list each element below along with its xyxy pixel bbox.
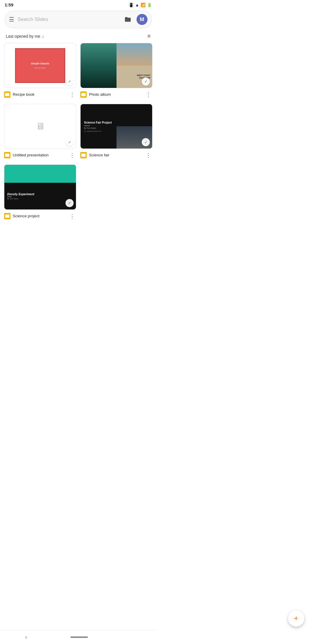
thumbnail-untitled: 🖥 ✓ — [4, 104, 76, 149]
svg-rect-3 — [81, 93, 86, 96]
list-view-icon[interactable]: ≡ — [147, 33, 151, 39]
sort-text: Last opened by me — [6, 34, 40, 39]
density-by-text: By Your Name — [7, 198, 73, 200]
card-title-photo: Photo album — [89, 92, 142, 97]
density-teal-band — [4, 165, 76, 182]
slides-icon-untitled — [4, 152, 10, 158]
battery-icon: 🔋 — [147, 3, 152, 7]
offline-badge-untitled: ✓ — [65, 138, 74, 146]
more-button-recipe[interactable]: ⋮ — [68, 91, 76, 99]
more-button-science-project[interactable]: ⋮ — [68, 212, 76, 220]
thumbnail-recipe-book: Simple Snacks By Your Name ✓ — [4, 43, 76, 88]
svg-rect-7 — [81, 154, 86, 157]
card-title-science-fair: Science fair — [89, 153, 142, 158]
card-info-science-project: Science project ⋮ — [4, 212, 76, 220]
card-info-photo: Photo album ⋮ — [80, 91, 152, 99]
card-science-project[interactable]: Density Experiment By Your Name ✓ Scienc… — [4, 164, 76, 220]
sort-arrow-icon: ↓ — [42, 34, 44, 39]
sort-label[interactable]: Last opened by me ↓ — [6, 34, 44, 39]
recipe-title-text: Simple Snacks — [31, 62, 50, 65]
density-dark-section: Density Experiment By Your Name — [4, 183, 76, 209]
status-icons: 📳 ▲ 📶 🔋 — [129, 3, 152, 7]
science-fair-title-text: Science Fair Project — [84, 121, 149, 124]
recipe-sub-text: By Your Name — [34, 67, 46, 69]
density-title-text: Density Experiment — [7, 193, 73, 196]
thumbnail-science-project: Density Experiment By Your Name ✓ — [4, 164, 76, 210]
more-button-science-fair[interactable]: ⋮ — [144, 151, 152, 159]
card-info-untitled: Untitled presentation ⋮ — [4, 151, 76, 159]
offline-badge-photo: ✓ — [142, 77, 150, 86]
avatar[interactable]: M — [137, 14, 148, 25]
card-recipe-book[interactable]: Simple Snacks By Your Name ✓ Recipe book… — [4, 43, 76, 99]
search-bar-container: ☰ Search Slides M — [0, 8, 156, 32]
vibrate-icon: 📳 — [129, 3, 134, 7]
card-info-science-fair: Science fair ⋮ — [80, 151, 152, 159]
sort-row: Last opened by me ↓ ≡ — [0, 32, 156, 43]
offline-badge-recipe: ✓ — [65, 77, 74, 86]
card-title-science-project: Science project — [13, 214, 66, 219]
photo-bridge — [117, 43, 152, 66]
untitled-placeholder-icon: 🖥 — [36, 121, 45, 132]
wifi-icon: ▲ — [135, 3, 139, 7]
empty-cell — [80, 164, 152, 220]
folder-icon[interactable] — [123, 14, 133, 25]
thumbnail-science-fair: Science Fair Project By Your Name no_rep… — [80, 104, 152, 149]
svg-rect-1 — [5, 93, 10, 96]
card-title-untitled: Untitled presentation — [13, 153, 66, 158]
more-button-photo[interactable]: ⋮ — [144, 91, 152, 99]
offline-badge-science-project: ✓ — [65, 199, 74, 207]
card-science-fair[interactable]: Science Fair Project By Your Name no_rep… — [80, 104, 152, 160]
photo-left — [81, 43, 117, 88]
slides-icon-science-fair — [80, 152, 87, 158]
search-input[interactable]: Search Slides — [18, 17, 119, 22]
card-photo-album[interactable]: WEST COASTROAD TRIP ✓ Photo album ⋮ — [80, 43, 152, 99]
density-divider — [7, 197, 12, 197]
presentations-grid: Simple Snacks By Your Name ✓ Recipe book… — [0, 43, 156, 159]
card-info-recipe: Recipe book ⋮ — [4, 91, 76, 99]
more-button-untitled[interactable]: ⋮ — [68, 151, 76, 159]
presentations-grid-2: Density Experiment By Your Name ✓ Scienc… — [0, 164, 156, 220]
hamburger-icon[interactable]: ☰ — [9, 16, 14, 23]
thumbnail-photo-album: WEST COASTROAD TRIP ✓ — [80, 43, 152, 88]
recipe-cover: Simple Snacks By Your Name — [15, 48, 65, 83]
science-divider — [84, 126, 90, 126]
slides-icon-science-project — [4, 213, 10, 219]
signal-icon: 📶 — [141, 3, 145, 7]
svg-rect-5 — [5, 154, 10, 157]
svg-rect-9 — [5, 214, 10, 218]
card-title-recipe: Recipe book — [13, 92, 66, 97]
slides-icon-recipe — [4, 91, 10, 98]
card-untitled[interactable]: 🖥 ✓ Untitled presentation ⋮ — [4, 104, 76, 160]
status-bar: 1:59 📳 ▲ 📶 🔋 — [0, 0, 156, 8]
time: 1:59 — [5, 2, 13, 7]
slides-icon-photo — [80, 91, 87, 98]
search-bar[interactable]: ☰ Search Slides M — [5, 11, 152, 28]
photo-collage: WEST COASTROAD TRIP — [81, 43, 152, 88]
